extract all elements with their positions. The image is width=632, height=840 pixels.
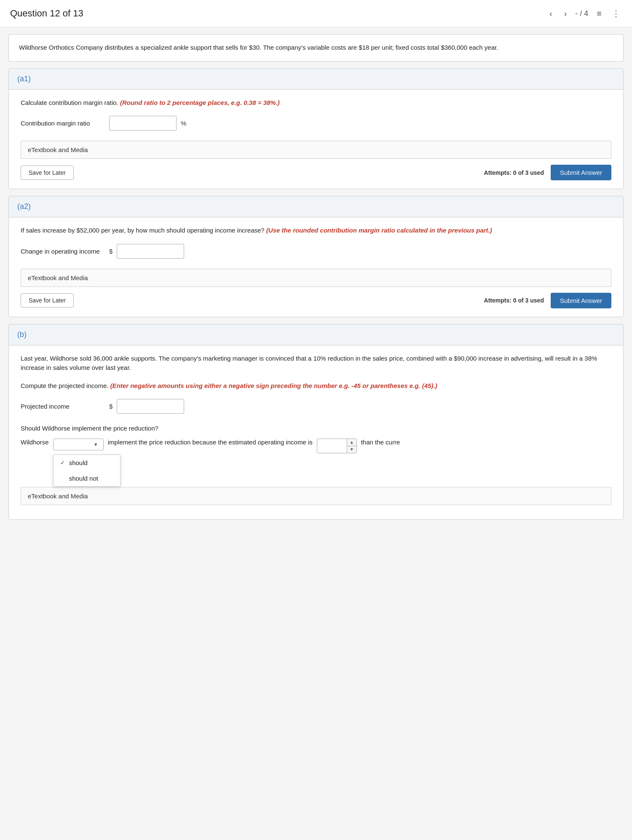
a2-input-row: Change in operating income $ — [21, 244, 611, 259]
section-b: (b) Last year, Wildhorse sold 36,000 ank… — [8, 324, 624, 520]
a1-etextbook-bar[interactable]: eTextbook and Media — [21, 141, 611, 159]
b-question1-text: Last year, Wildhorse sold 36,000 ankle s… — [21, 355, 597, 372]
b-should-question-text: Should Wildhorse implement the price red… — [21, 425, 158, 432]
b-dropdown-should-label: should — [69, 459, 88, 466]
b-sentence-suffix: than the curre — [361, 439, 400, 446]
section-a2-body: If sales increase by $52,000 per year, b… — [9, 217, 623, 317]
a1-save-later-button[interactable]: Save for Later — [21, 166, 74, 180]
b-dollar-sign: $ — [109, 403, 112, 410]
b-question2: Compute the projected income. (Enter neg… — [21, 381, 611, 391]
b-projected-income-input[interactable] — [117, 399, 184, 414]
a2-attempts: Attempts: 0 of 3 used — [484, 297, 544, 304]
section-a1-body: Calculate contribution margin ratio. (Ro… — [9, 90, 623, 189]
b-projected-label: Projected income — [21, 403, 105, 410]
more-options-button[interactable]: ⋮ — [610, 7, 622, 20]
a1-unit: % — [181, 120, 186, 127]
b-stepper-arrows: ▲ ▼ — [347, 439, 356, 453]
header-right: - / 4 ≡ ⋮ — [575, 7, 622, 20]
a1-right-actions: Attempts: 0 of 3 used Submit Answer — [484, 165, 611, 180]
a1-etextbook-label: eTextbook and Media — [28, 146, 88, 153]
next-question-button[interactable]: › — [561, 7, 570, 20]
a2-hint: (Use the rounded contribution margin rat… — [266, 227, 492, 234]
a1-actions-row: Save for Later Attempts: 0 of 3 used Sub… — [21, 165, 611, 180]
b-decrement-button[interactable]: ▼ — [347, 446, 356, 453]
a2-etextbook-bar[interactable]: eTextbook and Media — [21, 269, 611, 287]
a2-submit-button[interactable]: Submit Answer — [551, 293, 611, 308]
a2-change-income-input[interactable] — [117, 244, 184, 259]
b-etextbook-label: eTextbook and Media — [28, 492, 88, 500]
a2-field-label: Change in operating income — [21, 248, 105, 255]
a2-question-text: If sales increase by $52,000 per year, b… — [21, 227, 266, 234]
b-dropdown-option-should-not[interactable]: ✓ should not — [54, 471, 120, 486]
a1-submit-button[interactable]: Submit Answer — [551, 165, 611, 180]
b-should-dropdown-wrapper: ▼ ✓ should ✓ should not — [53, 439, 104, 450]
chevron-down-icon: ▼ — [94, 442, 98, 447]
a2-question: If sales increase by $52,000 per year, b… — [21, 226, 611, 235]
a1-question-text: Calculate contribution margin ratio. — [21, 99, 120, 106]
a2-actions-row: Save for Later Attempts: 0 of 3 used Sub… — [21, 293, 611, 308]
b-dropdown-option-should[interactable]: ✓ should — [54, 455, 120, 471]
section-a1-header: (a1) — [9, 69, 623, 90]
section-a2-header: (a2) — [9, 196, 623, 217]
b-comparison-stepper: ▲ ▼ — [317, 439, 357, 453]
b-question2-text: Compute the projected income. — [21, 382, 110, 389]
b-sentence-prefix: Wildhorse — [21, 439, 49, 446]
a2-right-actions: Attempts: 0 of 3 used Submit Answer — [484, 293, 611, 308]
section-a1-label: (a1) — [17, 75, 31, 83]
list-icon-button[interactable]: ≡ — [595, 7, 603, 20]
b-sentence-row: Wildhorse ▼ ✓ should ✓ should not — [21, 439, 611, 453]
page-header: Question 12 of 13 ‹ › - / 4 ≡ ⋮ — [0, 0, 632, 27]
section-a1: (a1) Calculate contribution margin ratio… — [8, 68, 624, 190]
a2-save-later-button[interactable]: Save for Later — [21, 293, 74, 308]
b-hint: (Enter negative amounts using either a n… — [110, 382, 437, 389]
b-comparison-value-input[interactable] — [317, 440, 347, 452]
problem-text: Wildhorse Orthotics Company distributes … — [19, 44, 498, 51]
check-icon: ✓ — [60, 460, 65, 466]
b-sentence-middle: implement the price reduction because th… — [108, 439, 313, 446]
section-a2-label: (a2) — [17, 202, 31, 211]
prev-question-button[interactable]: ‹ — [546, 7, 556, 20]
section-b-body: Last year, Wildhorse sold 36,000 ankle s… — [9, 345, 623, 519]
b-etextbook-bar[interactable]: eTextbook and Media — [21, 487, 611, 505]
score-display: - / 4 — [575, 9, 588, 18]
section-b-header: (b) — [9, 324, 623, 345]
b-question1: Last year, Wildhorse sold 36,000 ankle s… — [21, 354, 611, 373]
a2-etextbook-label: eTextbook and Media — [28, 274, 88, 281]
a1-attempts: Attempts: 0 of 3 used — [484, 169, 544, 176]
a2-dollar-sign: $ — [109, 248, 112, 255]
b-dropdown-menu: ✓ should ✓ should not — [53, 455, 121, 487]
a1-hint: (Round ratio to 2 percentage places, e.g… — [120, 99, 280, 106]
a1-field-label: Contribution margin ratio — [21, 120, 105, 127]
a1-question: Calculate contribution margin ratio. (Ro… — [21, 98, 611, 108]
a1-contribution-margin-input[interactable] — [109, 116, 177, 131]
b-projected-input-row: Projected income $ — [21, 399, 611, 414]
b-should-dropdown[interactable]: ▼ — [53, 439, 104, 450]
problem-statement: Wildhorse Orthotics Company distributes … — [8, 34, 624, 62]
section-a2: (a2) If sales increase by $52,000 per ye… — [8, 196, 624, 317]
question-title: Question 12 of 13 — [10, 8, 541, 19]
b-increment-button[interactable]: ▲ — [347, 439, 356, 446]
a1-input-row: Contribution margin ratio % — [21, 116, 611, 131]
b-should-question: Should Wildhorse implement the price red… — [21, 424, 611, 433]
b-dropdown-should-not-label: should not — [69, 475, 98, 482]
section-b-label: (b) — [17, 330, 27, 339]
